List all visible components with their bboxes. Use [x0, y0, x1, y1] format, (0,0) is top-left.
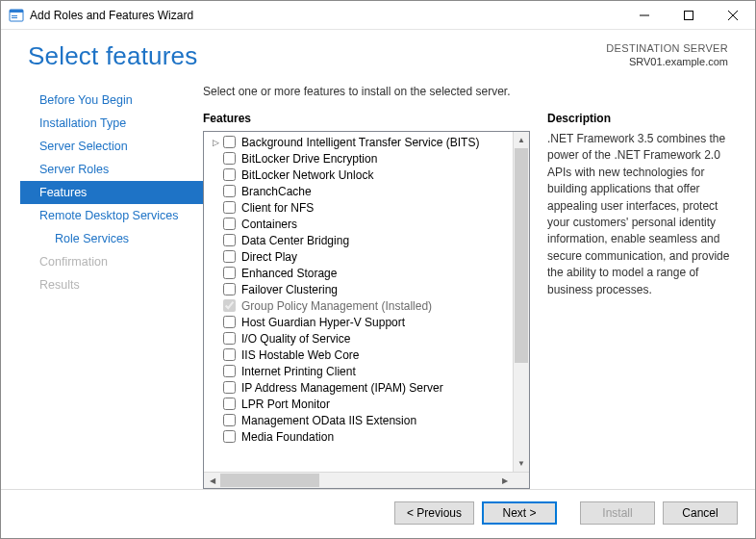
scroll-right-icon[interactable]: ▶ — [496, 473, 513, 488]
expander-icon[interactable]: ▷ — [210, 138, 221, 147]
feature-row[interactable]: IIS Hostable Web Core — [208, 346, 513, 363]
page-title: Select features — [28, 41, 606, 71]
maximize-icon — [684, 11, 693, 20]
feature-label: Management OData IIS Extension — [241, 414, 416, 427]
main-panel: Select one or more features to install o… — [203, 85, 738, 489]
previous-button[interactable]: < Previous — [394, 501, 474, 525]
feature-label: Media Foundation — [241, 430, 334, 444]
feature-checkbox[interactable] — [223, 430, 236, 443]
feature-checkbox[interactable] — [223, 332, 236, 345]
feature-label: Failover Clustering — [241, 283, 338, 296]
feature-label: IP Address Management (IPAM) Server — [241, 381, 443, 395]
footer: < Previous Next > Install Cancel — [1, 489, 755, 538]
next-button[interactable]: Next > — [482, 501, 557, 525]
horizontal-scroll-thumb[interactable] — [220, 474, 319, 487]
close-icon — [728, 11, 738, 20]
main-columns: Features ▷Background Intelligent Transfe… — [203, 112, 738, 489]
titlebar: Add Roles and Features Wizard — [1, 1, 755, 30]
feature-checkbox[interactable] — [223, 283, 236, 295]
nav-step-label: Results — [39, 278, 80, 292]
cancel-button[interactable]: Cancel — [663, 501, 738, 525]
nav-step-label: Remote Desktop Services — [39, 209, 179, 222]
feature-row[interactable]: IP Address Management (IPAM) Server — [208, 379, 513, 396]
svg-rect-3 — [12, 17, 17, 18]
feature-row[interactable]: Internet Printing Client — [208, 363, 513, 379]
feature-row[interactable]: Group Policy Management (Installed) — [208, 297, 513, 314]
destination-info: DESTINATION SERVER SRV01.example.com — [606, 41, 728, 69]
features-tree[interactable]: ▷Background Intelligent Transfer Service… — [203, 131, 530, 489]
close-button[interactable] — [711, 1, 755, 30]
feature-row[interactable]: BranchCache — [208, 183, 513, 199]
feature-row[interactable]: Failover Clustering — [208, 281, 513, 297]
nav-step[interactable]: Server Selection — [20, 135, 203, 158]
feature-label: LPR Port Monitor — [241, 398, 330, 411]
nav-step[interactable]: Server Roles — [20, 158, 203, 181]
description-column: Description .NET Framework 3.5 combines … — [547, 112, 738, 489]
vertical-scroll-thumb[interactable] — [515, 148, 528, 363]
minimize-button[interactable] — [622, 1, 667, 30]
nav-step[interactable]: Remote Desktop Services — [20, 204, 203, 227]
nav-step: Confirmation — [20, 250, 203, 273]
feature-row[interactable]: Client for NFS — [208, 199, 513, 216]
scroll-down-icon[interactable]: ▼ — [514, 455, 529, 472]
nav-step[interactable]: Features — [20, 181, 203, 204]
feature-checkbox[interactable] — [223, 250, 236, 263]
feature-checkbox[interactable] — [223, 201, 236, 214]
nav-step[interactable]: Installation Type — [20, 112, 203, 135]
feature-checkbox[interactable] — [223, 398, 236, 410]
feature-row[interactable]: I/O Quality of Service — [208, 330, 513, 346]
feature-row[interactable]: BitLocker Drive Encryption — [208, 150, 513, 167]
wizard-window: Add Roles and Features Wizard Select fea… — [0, 0, 756, 539]
feature-checkbox[interactable] — [223, 218, 236, 230]
feature-row[interactable]: Containers — [208, 216, 513, 232]
step-nav: Before You BeginInstallation TypeServer … — [20, 85, 203, 489]
install-button[interactable]: Install — [580, 501, 655, 525]
nav-step-label: Role Services — [55, 232, 129, 245]
feature-checkbox[interactable] — [223, 185, 236, 197]
feature-checkbox[interactable] — [223, 168, 236, 181]
app-icon — [9, 8, 24, 23]
feature-checkbox[interactable] — [223, 365, 236, 377]
feature-label: Data Center Bridging — [241, 234, 349, 247]
svg-rect-2 — [12, 15, 17, 16]
feature-label: Internet Printing Client — [241, 365, 356, 378]
feature-checkbox[interactable] — [223, 152, 236, 165]
feature-label: BitLocker Drive Encryption — [241, 152, 377, 166]
svg-rect-4 — [685, 11, 693, 19]
nav-step: Results — [20, 273, 203, 296]
horizontal-scrollbar[interactable]: ◀ ▶ — [204, 472, 529, 488]
feature-row[interactable]: ▷Background Intelligent Transfer Service… — [208, 134, 513, 150]
nav-step-label: Installation Type — [39, 116, 126, 130]
feature-checkbox[interactable] — [223, 136, 236, 148]
nav-step[interactable]: Before You Begin — [20, 89, 203, 112]
maximize-button[interactable] — [667, 1, 711, 30]
feature-row[interactable]: BitLocker Network Unlock — [208, 167, 513, 183]
feature-row[interactable]: Media Foundation — [208, 428, 513, 445]
instruction-text: Select one or more features to install o… — [203, 85, 738, 98]
header: Select features DESTINATION SERVER SRV01… — [1, 30, 755, 75]
destination-label: DESTINATION SERVER — [606, 41, 728, 55]
feature-label: BranchCache — [241, 185, 312, 198]
feature-label: Enhanced Storage — [241, 267, 337, 280]
feature-checkbox[interactable] — [223, 381, 236, 394]
feature-checkbox — [223, 299, 236, 312]
feature-label: Direct Play — [241, 250, 297, 264]
feature-row[interactable]: Data Center Bridging — [208, 232, 513, 248]
feature-checkbox[interactable] — [223, 234, 236, 246]
feature-checkbox[interactable] — [223, 316, 236, 328]
scroll-left-icon[interactable]: ◀ — [204, 473, 220, 488]
feature-label: Containers — [241, 218, 297, 231]
feature-row[interactable]: Direct Play — [208, 248, 513, 265]
feature-row[interactable]: LPR Port Monitor — [208, 396, 513, 412]
feature-label: Background Intelligent Transfer Service … — [241, 136, 479, 149]
scroll-up-icon[interactable]: ▲ — [514, 132, 529, 148]
feature-row[interactable]: Host Guardian Hyper-V Support — [208, 314, 513, 330]
feature-checkbox[interactable] — [223, 348, 236, 361]
feature-label: Group Policy Management (Installed) — [241, 299, 432, 313]
vertical-scrollbar[interactable]: ▲ ▼ — [513, 132, 529, 472]
nav-step[interactable]: Role Services — [20, 227, 203, 250]
feature-row[interactable]: Enhanced Storage — [208, 265, 513, 281]
feature-row[interactable]: Management OData IIS Extension — [208, 412, 513, 428]
feature-checkbox[interactable] — [223, 267, 236, 279]
feature-checkbox[interactable] — [223, 414, 236, 426]
